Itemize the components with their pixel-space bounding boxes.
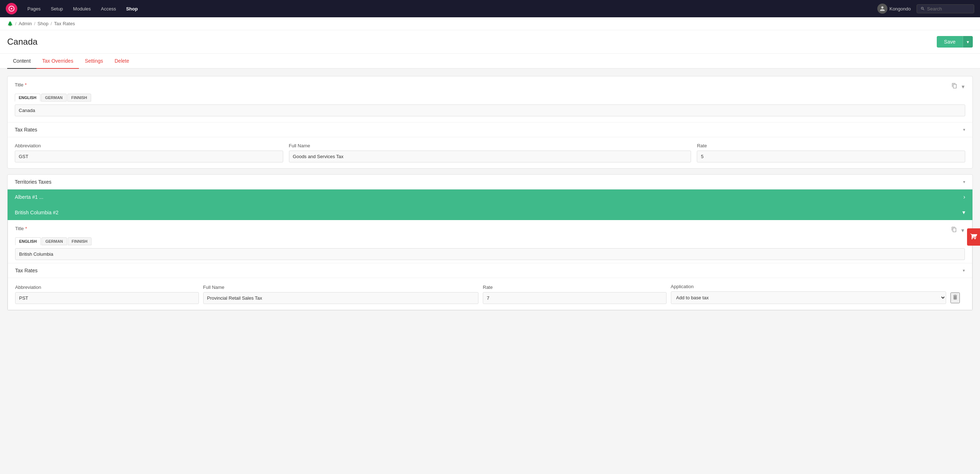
nav-pages[interactable]: Pages: [23, 4, 45, 14]
tax-rate-field: Rate: [697, 143, 965, 162]
tab-bar: Content Tax Overrides Settings Delete: [0, 54, 980, 69]
tab-tax-overrides[interactable]: Tax Overrides: [37, 54, 79, 69]
bc-tax-rates-grid: Abbreviation Full Name Rate Application …: [8, 278, 972, 310]
nav-setup[interactable]: Setup: [46, 4, 67, 14]
nav-shop[interactable]: Shop: [122, 4, 142, 14]
abbreviation-input[interactable]: [15, 151, 283, 162]
bc-title-section: Title * ▾ ENGLISH GERMAN FINNISH: [8, 220, 972, 263]
title-card: Title * ▾ ENGLISH GERMAN FINNISH Tax R: [7, 76, 973, 169]
bc-tax-rates-title: Tax Rates: [15, 267, 37, 274]
bc-fullname-input[interactable]: [203, 292, 479, 304]
bc-abbreviation-field: Abbreviation: [15, 285, 199, 304]
breadcrumb-shop[interactable]: Shop: [37, 21, 48, 26]
cart-icon: [970, 233, 977, 240]
territories-card: Territories Taxes ▾ Alberta #1 ... › Bri…: [7, 174, 973, 310]
tab-settings[interactable]: Settings: [79, 54, 109, 69]
territory-bc[interactable]: British Columbia #2 ▾: [8, 205, 972, 220]
language-tabs: ENGLISH GERMAN FINNISH: [15, 94, 965, 102]
bc-application-field: Application Add to base tax Compound Non…: [671, 284, 946, 304]
title-copy-button[interactable]: [951, 82, 958, 91]
bc-abbreviation-label: Abbreviation: [15, 285, 199, 290]
bc-language-tabs: ENGLISH GERMAN FINNISH: [15, 237, 965, 245]
bc-tax-rates-header[interactable]: Tax Rates ▾: [8, 263, 972, 278]
bc-fullname-field: Full Name: [203, 285, 479, 304]
territory-alberta-label: Alberta #1 ...: [15, 194, 43, 200]
rate-input[interactable]: [697, 151, 965, 162]
title-section: Title * ▾ ENGLISH GERMAN FINNISH: [8, 76, 972, 122]
user-name: Kongondo: [889, 6, 911, 11]
fullname-label: Full Name: [289, 143, 691, 148]
bc-tax-rates-collapse-icon: ▾: [963, 268, 965, 273]
save-button-group: Save ▾: [937, 36, 973, 48]
title-field-header: Title * ▾: [15, 82, 965, 91]
rate-label: Rate: [697, 143, 965, 148]
breadcrumb: 🌲 / Admin / Shop / Tax Rates: [0, 17, 980, 30]
nav-modules[interactable]: Modules: [69, 4, 95, 14]
title-actions: ▾: [951, 82, 965, 91]
breadcrumb-admin[interactable]: Admin: [19, 21, 32, 26]
main-content: Title * ▾ ENGLISH GERMAN FINNISH Tax R: [0, 69, 980, 323]
fullname-input[interactable]: [289, 151, 691, 162]
bc-rate-label: Rate: [483, 285, 667, 290]
bc-title-header: Title * ▾: [15, 226, 965, 234]
search-box[interactable]: [916, 4, 974, 13]
territory-alberta[interactable]: Alberta #1 ... ›: [8, 189, 972, 205]
save-dropdown-button[interactable]: ▾: [963, 36, 973, 48]
bc-required-marker: *: [25, 226, 27, 231]
breadcrumb-current: Tax Rates: [54, 21, 75, 26]
territory-bc-content: Title * ▾ ENGLISH GERMAN FINNISH: [8, 220, 972, 310]
tax-rates-grid: Abbreviation Full Name Rate: [8, 137, 972, 168]
page-title: Canada: [7, 37, 37, 47]
territories-collapse-icon: ▾: [963, 180, 965, 185]
bc-copy-button[interactable]: [950, 226, 958, 234]
search-icon: [921, 6, 925, 11]
abbreviation-label: Abbreviation: [15, 143, 283, 148]
bc-collapse-button[interactable]: ▾: [961, 226, 965, 234]
page-header: Canada Save ▾: [0, 30, 980, 54]
bc-title-input[interactable]: [15, 248, 965, 260]
bc-title-label: Title *: [15, 226, 27, 231]
bc-delete-button[interactable]: [950, 293, 960, 303]
save-button[interactable]: Save: [937, 36, 963, 48]
lang-tab-finnish[interactable]: FINNISH: [67, 94, 91, 102]
tax-rates-header[interactable]: Tax Rates ▾: [8, 122, 972, 137]
tab-content[interactable]: Content: [7, 54, 37, 69]
territories-header[interactable]: Territories Taxes ▾: [8, 175, 972, 189]
territories-title: Territories Taxes: [15, 179, 51, 185]
tab-delete[interactable]: Delete: [109, 54, 135, 69]
nav-access[interactable]: Access: [97, 4, 120, 14]
territory-alberta-arrow-icon: ›: [963, 194, 965, 200]
tax-fullname-field: Full Name: [289, 143, 691, 162]
title-collapse-button[interactable]: ▾: [961, 83, 965, 91]
bc-abbreviation-input[interactable]: [15, 292, 199, 304]
top-navigation: Pages Setup Modules Access Shop Kongondo: [0, 0, 980, 17]
app-logo[interactable]: [6, 3, 17, 14]
territory-bc-label: British Columbia #2: [15, 210, 58, 215]
bc-rate-field: Rate: [483, 285, 667, 304]
territory-bc-arrow-icon: ▾: [963, 209, 965, 216]
bc-lang-german[interactable]: GERMAN: [41, 237, 67, 245]
cart-sidebar-button[interactable]: [967, 228, 980, 246]
bc-title-actions: ▾: [950, 226, 965, 234]
bc-application-label: Application: [671, 284, 946, 289]
search-input[interactable]: [927, 6, 970, 11]
bc-delete-cell: [950, 293, 965, 304]
bc-fullname-label: Full Name: [203, 285, 479, 290]
lang-tab-german[interactable]: GERMAN: [41, 94, 67, 102]
bc-rate-input[interactable]: [483, 292, 667, 304]
bc-lang-finnish[interactable]: FINNISH: [68, 237, 92, 245]
user-avatar: [877, 3, 888, 14]
user-menu[interactable]: Kongondo: [877, 3, 911, 14]
lang-tab-english[interactable]: ENGLISH: [15, 94, 40, 102]
title-field-label: Title *: [15, 82, 27, 87]
bc-lang-english[interactable]: ENGLISH: [15, 237, 41, 245]
breadcrumb-home-icon[interactable]: 🌲: [7, 21, 13, 26]
title-required-marker: *: [25, 82, 27, 87]
bc-application-select[interactable]: Add to base tax Compound None: [671, 291, 946, 304]
tax-rates-collapse-icon: ▾: [963, 127, 965, 132]
tax-rates-title: Tax Rates: [15, 127, 37, 132]
title-input[interactable]: [15, 105, 965, 116]
tax-abbreviation-field: Abbreviation: [15, 143, 283, 162]
